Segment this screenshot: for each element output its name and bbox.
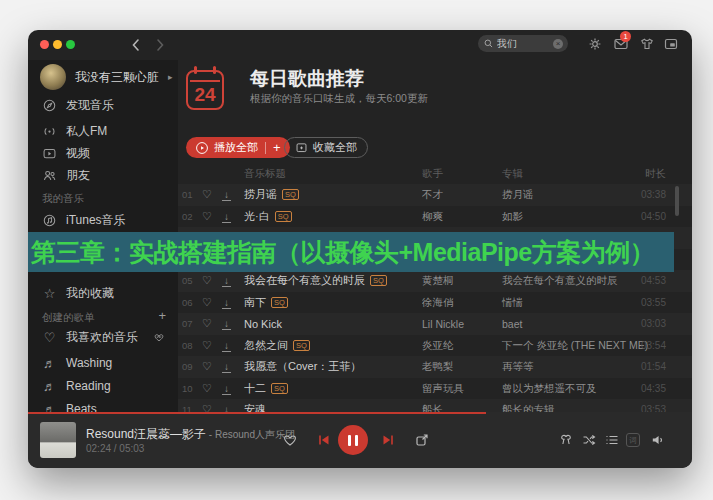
listen-together-icon[interactable] [558, 432, 574, 448]
download-icon[interactable]: ↓ [222, 339, 244, 352]
song-artist[interactable]: Lil Nickle [422, 318, 502, 330]
sidebar-item-itunes[interactable]: iTunes音乐 [42, 211, 126, 229]
settings-gear-icon[interactable] [587, 36, 603, 52]
search-input[interactable] [497, 38, 550, 49]
table-row[interactable]: 07 ♡ ↓ No Kick Lil Nickle baet 03:03 [178, 313, 692, 335]
collect-all-label: 收藏全部 [313, 140, 357, 155]
col-duration[interactable]: 时长 [632, 167, 692, 181]
table-row[interactable]: 09 ♡ ↓ 我愿意（Cover：王菲） 老鸭梨 再等等 01:54 [178, 356, 692, 378]
scrollbar-thumb[interactable] [675, 186, 679, 216]
volume-icon[interactable] [650, 432, 666, 448]
sidebar-item-playlist-washing[interactable]: ♬ Washing [42, 354, 112, 372]
previous-track-icon[interactable] [316, 432, 332, 448]
table-row[interactable]: 05 ♡ ↓ 我会在每个有意义的时辰SQ 黄楚桐 我会在每个有意义的时辰 04:… [178, 270, 692, 292]
table-row[interactable]: 02 ♡ ↓ 光·白SQ 柳爽 如影 04:50 [178, 206, 692, 228]
col-title[interactable]: 音乐标题 [244, 167, 422, 181]
add-playlist-icon[interactable]: + [158, 308, 166, 323]
share-icon[interactable] [414, 432, 430, 448]
sidebar-item-liked-music[interactable]: ♡ 我喜欢的音乐 [42, 328, 138, 346]
song-artist[interactable]: 不才 [422, 188, 502, 202]
song-title[interactable]: 我愿意（Cover：王菲） [244, 359, 361, 374]
like-heart-icon[interactable]: ♡ [202, 274, 222, 287]
song-album[interactable]: 如影 [502, 210, 632, 224]
sidebar-item-favorites[interactable]: ☆ 我的收藏 [42, 284, 114, 302]
next-track-icon[interactable] [380, 432, 396, 448]
song-title[interactable]: 忽然之间 [244, 338, 288, 353]
table-row[interactable]: 10 ♡ ↓ 十二SQ 留声玩具 曾以为梦想遥不可及 04:35 [178, 378, 692, 400]
like-heart-icon[interactable]: ♡ [202, 210, 222, 223]
download-icon[interactable]: ↓ [222, 317, 244, 330]
forward-button[interactable] [152, 37, 168, 53]
search-box[interactable]: × [478, 35, 568, 52]
download-icon[interactable]: ↓ [222, 296, 244, 309]
progress-bar[interactable] [28, 412, 486, 414]
user-name[interactable]: 我没有三颗心脏 [75, 69, 159, 86]
col-album[interactable]: 专辑 [502, 167, 632, 181]
like-heart-icon[interactable]: ♡ [202, 382, 222, 395]
lyrics-icon[interactable]: 词 [626, 433, 640, 447]
user-profile[interactable]: 我没有三颗心脏 ▸ [40, 64, 173, 90]
col-artist[interactable]: 歌手 [422, 167, 502, 181]
download-icon[interactable]: ↓ [222, 382, 244, 395]
song-artist[interactable]: 炎亚纶 [422, 339, 502, 353]
row-index: 02 [182, 211, 202, 222]
song-artist[interactable]: 留声玩具 [422, 382, 502, 396]
shuffle-icon[interactable] [581, 432, 597, 448]
like-heart-icon[interactable]: ♡ [202, 339, 222, 352]
song-album[interactable]: 再等等 [502, 360, 632, 374]
sidebar-item-friends[interactable]: 朋友 [42, 166, 90, 184]
like-heart-icon[interactable] [282, 432, 298, 448]
minimize-window-button[interactable] [53, 40, 62, 49]
song-album[interactable]: 曾以为梦想遥不可及 [502, 382, 632, 396]
zoom-window-button[interactable] [66, 40, 75, 49]
avatar[interactable] [40, 64, 66, 90]
add-all-icon[interactable]: + [273, 141, 281, 154]
heart-mode-icon[interactable] [152, 330, 166, 344]
download-icon[interactable]: ↓ [222, 210, 244, 223]
song-album[interactable]: 惴惴 [502, 296, 632, 310]
now-playing-title[interactable]: Resound汪晨蕊—影子 [86, 427, 206, 441]
like-heart-icon[interactable]: ♡ [202, 296, 222, 309]
song-artist[interactable]: 柳爽 [422, 210, 502, 224]
song-title[interactable]: 十二 [244, 381, 266, 396]
song-album[interactable]: baet [502, 318, 632, 330]
mini-mode-icon[interactable] [663, 36, 679, 52]
song-artist[interactable]: 老鸭梨 [422, 360, 502, 374]
theme-shirt-icon[interactable] [639, 36, 655, 52]
table-row[interactable]: 01 ♡ ↓ 捞月谣SQ 不才 捞月谣 03:38 [178, 184, 692, 206]
heart-icon: ♡ [42, 330, 57, 345]
sidebar-item-fm[interactable]: 私人FM [42, 122, 107, 140]
song-album[interactable]: 捞月谣 [502, 188, 632, 202]
sidebar-item-label: 私人FM [66, 123, 107, 140]
song-title[interactable]: 我会在每个有意义的时辰 [244, 273, 365, 288]
play-all-button[interactable]: 播放全部 + [186, 137, 290, 158]
close-window-button[interactable] [40, 40, 49, 49]
song-title[interactable]: 捞月谣 [244, 187, 277, 202]
song-album[interactable]: 下一个 炎亚纶 (THE NEXT ME) [502, 339, 632, 353]
song-title[interactable]: No Kick [244, 318, 282, 330]
download-icon[interactable]: ↓ [222, 188, 244, 201]
clear-search-icon[interactable]: × [553, 39, 563, 49]
table-row[interactable]: 08 ♡ ↓ 忽然之间SQ 炎亚纶 下一个 炎亚纶 (THE NEXT ME) … [178, 335, 692, 357]
play-queue-icon[interactable] [604, 432, 620, 448]
song-artist[interactable]: 黄楚桐 [422, 274, 502, 288]
playback-time: 02:24 / 05:03 [86, 443, 144, 454]
download-icon[interactable]: ↓ [222, 274, 244, 287]
video-icon [42, 146, 57, 161]
table-row[interactable]: 06 ♡ ↓ 南下SQ 徐海俏 惴惴 03:55 [178, 292, 692, 314]
sidebar-item-discover[interactable]: 发现音乐 [42, 96, 114, 114]
pause-button[interactable] [338, 425, 368, 455]
song-title[interactable]: 光·白 [244, 209, 270, 224]
like-heart-icon[interactable]: ♡ [202, 360, 222, 373]
collect-all-button[interactable]: 收藏全部 [284, 137, 368, 158]
song-artist[interactable]: 徐海俏 [422, 296, 502, 310]
like-heart-icon[interactable]: ♡ [202, 188, 222, 201]
sidebar-item-video[interactable]: 视频 [42, 144, 90, 162]
album-art[interactable] [40, 422, 76, 458]
song-album[interactable]: 我会在每个有意义的时辰 [502, 274, 632, 288]
like-heart-icon[interactable]: ♡ [202, 317, 222, 330]
song-title[interactable]: 南下 [244, 295, 266, 310]
download-icon[interactable]: ↓ [222, 360, 244, 373]
back-button[interactable] [128, 37, 144, 53]
sidebar-item-playlist-reading[interactable]: ♬ Reading [42, 377, 111, 395]
